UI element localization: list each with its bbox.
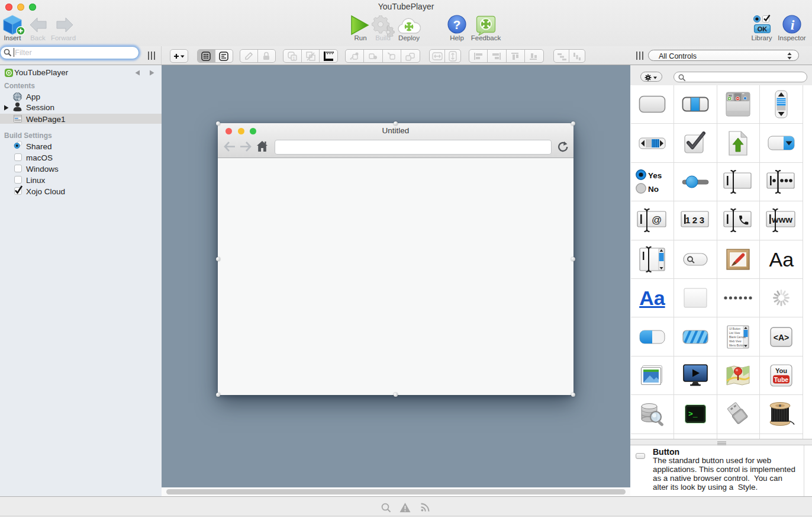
svg-text:No: No [648, 184, 659, 193]
svg-text:UI Button: UI Button [729, 327, 741, 330]
svg-text:<A>: <A> [774, 332, 789, 342]
svg-text:Tube: Tube [774, 375, 788, 383]
svg-text:i: i [791, 17, 795, 33]
svg-text:List View: List View [729, 332, 740, 335]
svg-text:1: 1 [292, 56, 295, 60]
svg-text:www: www [771, 214, 792, 224]
svg-text:Yes: Yes [648, 171, 662, 179]
svg-text:Blank Canvas: Blank Canvas [729, 336, 746, 339]
svg-text:?: ? [453, 18, 461, 31]
svg-text:Menu Button: Menu Button [729, 344, 745, 347]
svg-text:OK: OK [758, 25, 768, 33]
svg-text:You: You [775, 367, 787, 374]
svg-text:Web View: Web View [729, 340, 742, 343]
svg-text:>_: >_ [688, 410, 698, 419]
svg-text:123: 123 [685, 215, 707, 225]
svg-text:@: @ [652, 214, 662, 226]
